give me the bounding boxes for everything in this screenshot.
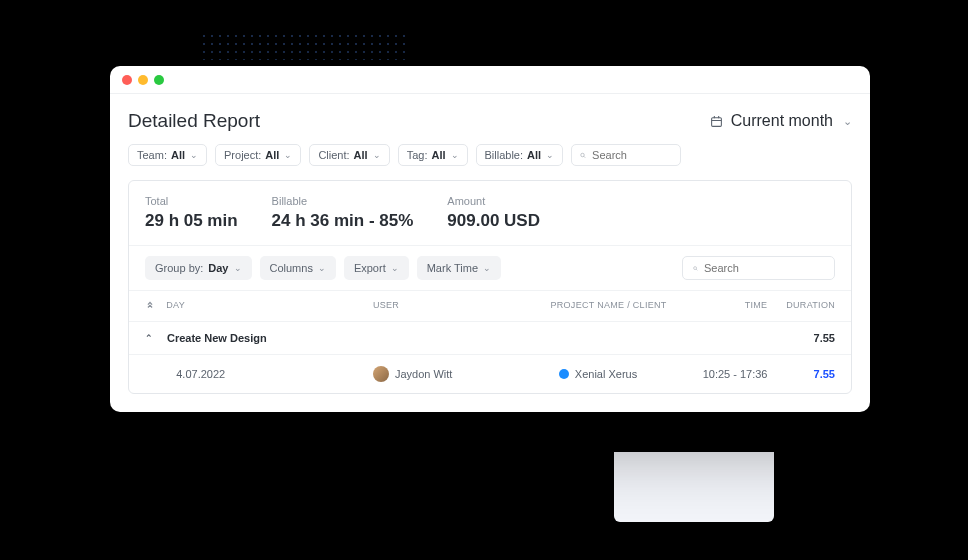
filter-search-input[interactable]	[592, 149, 672, 161]
titlebar	[110, 66, 870, 94]
cell-project: Xenial Xerus	[539, 368, 677, 380]
group-by-button[interactable]: Group by: Day ⌄	[145, 256, 252, 280]
summary-row: Total 29 h 05 min Billable 24 h 36 min -…	[129, 181, 851, 246]
cell-date: 4.07.2022	[166, 368, 373, 380]
filter-billable[interactable]: Billable: All ⌄	[476, 144, 564, 166]
filter-project[interactable]: Project: All ⌄	[215, 144, 301, 166]
group-task-name: Create New Design	[167, 332, 765, 344]
table-search-box[interactable]	[682, 256, 835, 280]
filter-tag[interactable]: Tag: All ⌄	[398, 144, 468, 166]
expand-all-icon[interactable]	[145, 300, 166, 312]
app-window: Detailed Report Current month ⌄ Team: Al…	[110, 66, 870, 412]
export-button[interactable]: Export ⌄	[344, 256, 409, 280]
table-toolbar: Group by: Day ⌄ Columns ⌄ Export ⌄ Mark …	[129, 246, 851, 291]
table-group-row[interactable]: ⌃ Create New Design 7.55	[129, 322, 851, 355]
col-header-time[interactable]: TIME	[677, 300, 768, 312]
summary-amount: Amount 909.00 USD	[447, 195, 540, 231]
chevron-down-icon: ⌄	[451, 150, 459, 160]
summary-total: Total 29 h 05 min	[145, 195, 238, 231]
search-icon	[580, 150, 586, 161]
filter-bar: Team: All ⌄ Project: All ⌄ Client: All ⌄…	[110, 144, 870, 180]
chevron-down-icon: ⌄	[234, 263, 242, 273]
date-range-picker[interactable]: Current month ⌄	[710, 112, 852, 130]
chevron-down-icon: ⌄	[391, 263, 399, 273]
col-header-duration[interactable]: DURATION	[767, 300, 835, 312]
columns-button[interactable]: Columns ⌄	[260, 256, 336, 280]
decorative-shape	[614, 452, 774, 522]
minimize-icon[interactable]	[138, 75, 148, 85]
chevron-down-icon: ⌄	[546, 150, 554, 160]
col-header-day[interactable]: DAY	[166, 300, 373, 312]
avatar	[373, 366, 389, 382]
calendar-icon	[710, 115, 723, 128]
close-icon[interactable]	[122, 75, 132, 85]
col-header-user[interactable]: USER	[373, 300, 539, 312]
date-range-label: Current month	[731, 112, 833, 130]
report-card: Total 29 h 05 min Billable 24 h 36 min -…	[128, 180, 852, 394]
filter-client[interactable]: Client: All ⌄	[309, 144, 389, 166]
cell-time: 10:25 - 17:36	[677, 368, 768, 380]
cell-user: Jaydon Witt	[373, 366, 539, 382]
filter-search-box[interactable]	[571, 144, 681, 166]
chevron-down-icon: ⌄	[843, 115, 852, 128]
chevron-down-icon: ⌄	[284, 150, 292, 160]
page-header: Detailed Report Current month ⌄	[110, 94, 870, 144]
col-header-project[interactable]: PROJECT NAME / CLIENT	[539, 300, 677, 312]
chevron-down-icon: ⌄	[190, 150, 198, 160]
project-color-dot	[559, 369, 569, 379]
table-header: DAY USER PROJECT NAME / CLIENT TIME DURA…	[129, 291, 851, 322]
page-title: Detailed Report	[128, 110, 260, 132]
chevron-down-icon: ⌄	[373, 150, 381, 160]
filter-team[interactable]: Team: All ⌄	[128, 144, 207, 166]
group-duration: 7.55	[765, 332, 835, 344]
summary-billable: Billable 24 h 36 min - 85%	[272, 195, 414, 231]
svg-point-4	[581, 153, 585, 157]
decorative-dots	[200, 32, 410, 60]
svg-point-6	[694, 266, 697, 269]
search-icon	[693, 263, 698, 274]
chevron-down-icon: ⌄	[483, 263, 491, 273]
chevron-down-icon: ⌄	[318, 263, 326, 273]
svg-line-7	[696, 269, 697, 270]
table-search-input[interactable]	[704, 262, 824, 274]
cell-duration: 7.55	[768, 368, 836, 380]
collapse-icon[interactable]: ⌃	[145, 333, 167, 343]
table-row[interactable]: 4.07.2022 Jaydon Witt Xenial Xerus 10:25…	[129, 355, 851, 393]
svg-line-5	[584, 156, 586, 158]
svg-rect-0	[711, 117, 721, 126]
mark-time-button[interactable]: Mark Time ⌄	[417, 256, 501, 280]
maximize-icon[interactable]	[154, 75, 164, 85]
